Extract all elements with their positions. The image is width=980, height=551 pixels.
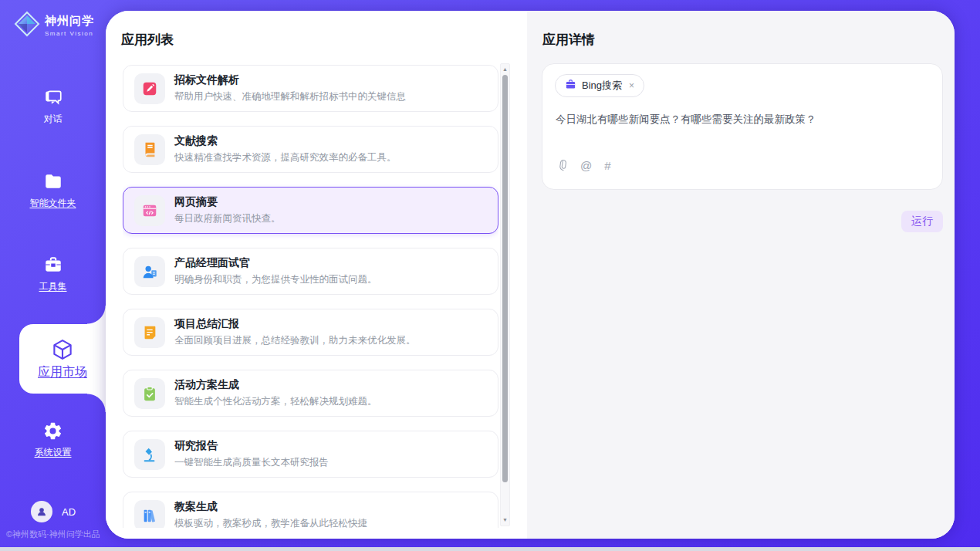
app-card[interactable]: 招标文件解析 帮助用户快速、准确地理解和解析招标书中的关键信息 <box>123 65 498 112</box>
app-card-title: 研究报告 <box>174 439 329 453</box>
app-card-list: 招标文件解析 帮助用户快速、准确地理解和解析招标书中的关键信息 文献搜索 快速精… <box>123 65 498 528</box>
prompt-input[interactable]: 今日湖北有哪些新闻要点？有哪些需要关注的最新政策？ <box>556 112 931 157</box>
app-card-description: 快速精准查找学术资源，提高研究效率的必备工具。 <box>174 151 397 164</box>
app-detail-panel: 应用详情 Bing搜索 × 今日湖北有哪些新闻要点？有哪些需要关注的最新政策？ <box>527 11 955 539</box>
app-card-description: 明确身份和职责，为您提供专业性的面试问题。 <box>174 273 377 286</box>
sidebar-item-label: 智能文件夹 <box>30 197 76 210</box>
memo-icon <box>134 317 165 348</box>
scroll-down-arrow[interactable]: ▼ <box>501 516 509 525</box>
app-card-title: 网页摘要 <box>174 195 281 209</box>
hash-icon[interactable]: # <box>604 159 610 172</box>
app-list-panel: 应用列表 招标文件解析 帮助用户快速、准确地理解和解析招标书中的关键信息 文献搜… <box>106 11 527 539</box>
run-button[interactable]: 运行 <box>901 211 943 232</box>
app-card-title: 招标文件解析 <box>174 73 406 87</box>
app-card-description: 帮助用户快速、准确地理解和解析招标书中的关键信息 <box>174 90 406 103</box>
notch-curve-bottom <box>87 394 106 412</box>
app-card-title: 教案生成 <box>174 500 367 514</box>
folder-icon <box>42 171 64 192</box>
app-card[interactable]: 研究报告 一键智能生成高质量长文本研究报告 <box>123 431 498 478</box>
toolbox-icon <box>42 254 64 276</box>
app-card[interactable]: 文献搜索 快速精准查找学术资源，提高研究效率的必备工具。 <box>123 126 498 173</box>
doc-edit-icon <box>134 73 165 104</box>
scroll-up-arrow[interactable]: ▲ <box>501 65 509 74</box>
app-card-description: 智能生成个性化活动方案，轻松解决规划难题。 <box>174 395 377 408</box>
sidebar-item-label: 应用市场 <box>38 364 87 380</box>
briefcase-icon <box>565 79 576 93</box>
book-icon <box>134 134 165 165</box>
sidebar-item-app-market[interactable]: 应用市场 <box>19 324 106 394</box>
books-icon <box>134 500 165 529</box>
app-card[interactable]: 教案生成 模板驱动，教案秒成，教学准备从此轻松快捷 <box>123 492 498 528</box>
app-card[interactable]: 项目总结汇报 全面回顾项目进展，总结经验教训，助力未来优化发展。 <box>123 309 498 356</box>
app-card-description: 模板驱动，教案秒成，教学准备从此轻松快捷 <box>174 517 367 528</box>
app-detail-title: 应用详情 <box>542 31 595 49</box>
app-logo: 神州问学 Smart Vision <box>14 11 94 40</box>
brand-diamond-icon <box>14 11 40 40</box>
list-scrollbar[interactable]: ▲ ▼ <box>500 63 510 526</box>
research-icon <box>134 439 165 470</box>
sidebar-item-label: 系统设置 <box>35 446 72 459</box>
copyright-text: ©神州数码·神州问学出品 <box>6 529 100 540</box>
person-icon <box>134 256 165 287</box>
gear-icon <box>42 420 64 441</box>
app-card[interactable]: 产品经理面试官 明确身份和职责，为您提供专业性的面试问题。 <box>123 248 498 295</box>
sidebar-item-settings[interactable]: 系统设置 <box>0 420 106 459</box>
app-list-title: 应用列表 <box>121 31 174 49</box>
app-card-title: 活动方案生成 <box>174 378 377 392</box>
chat-icon <box>42 86 64 108</box>
app-card[interactable]: 活动方案生成 智能生成个性化活动方案，轻松解决规划难题。 <box>123 370 498 417</box>
app-card[interactable]: 网页摘要 每日政府新闻资讯快查。 <box>123 187 498 234</box>
scrollbar-thumb[interactable] <box>502 75 508 482</box>
app-card-description: 全面回顾项目进展，总结经验教训，助力未来优化发展。 <box>174 334 416 347</box>
sidebar-item-label: 对话 <box>44 113 63 126</box>
paperclip-icon[interactable] <box>556 160 568 171</box>
prompt-card: Bing搜索 × 今日湖北有哪些新闻要点？有哪些需要关注的最新政策？ @ # <box>542 63 943 190</box>
tool-tag-bing-search[interactable]: Bing搜索 × <box>555 74 644 97</box>
browser-icon <box>134 195 165 226</box>
app-card-title: 文献搜索 <box>174 134 397 148</box>
sidebar-item-smart-folder[interactable]: 智能文件夹 <box>0 171 106 210</box>
user-initials: AD <box>62 506 76 518</box>
page-bottom-edge <box>0 547 980 551</box>
cube-icon <box>51 338 74 364</box>
app-card-title: 产品经理面试官 <box>174 256 377 270</box>
app-card-title: 项目总结汇报 <box>174 317 416 331</box>
app-card-description: 每日政府新闻资讯快查。 <box>174 212 281 225</box>
close-icon[interactable]: × <box>627 80 636 91</box>
sidebar-item-label: 工具集 <box>39 280 67 293</box>
sidebar: 神州问学 Smart Vision 对话 智能文件夹 <box>0 0 106 547</box>
at-icon[interactable]: @ <box>580 159 592 172</box>
app-window: 神州问学 Smart Vision 对话 智能文件夹 <box>0 0 980 547</box>
user-account[interactable]: AD <box>31 501 76 522</box>
brand-name: 神州问学 <box>45 14 94 29</box>
app-card-description: 一键智能生成高质量长文本研究报告 <box>174 456 329 469</box>
notch-curve-top <box>87 306 106 324</box>
sidebar-item-chat[interactable]: 对话 <box>0 86 106 126</box>
brand-subtitle: Smart Vision <box>45 30 94 37</box>
sidebar-item-toolset[interactable]: 工具集 <box>0 254 106 293</box>
tool-tag-label: Bing搜索 <box>582 79 622 93</box>
main-content: 应用列表 招标文件解析 帮助用户快速、准确地理解和解析招标书中的关键信息 文献搜… <box>106 11 955 539</box>
avatar <box>31 501 52 522</box>
input-toolbar: @ # <box>556 159 611 172</box>
clipboard-icon <box>134 378 165 409</box>
